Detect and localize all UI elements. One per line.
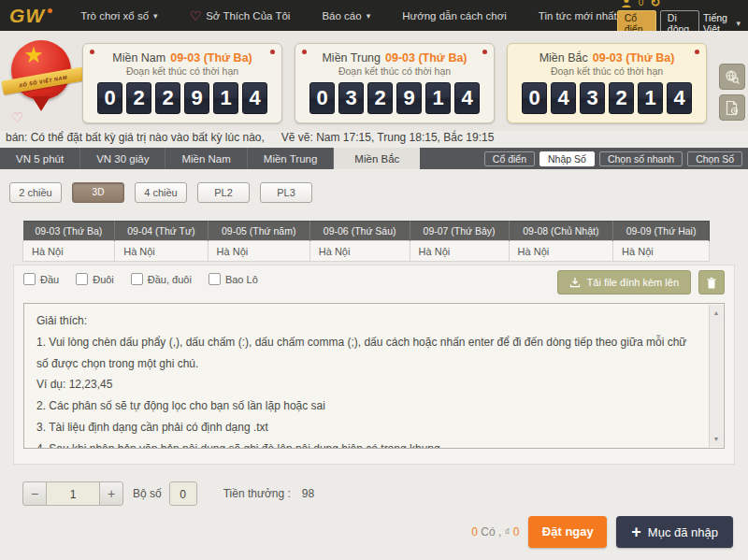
upload-icon: [569, 277, 581, 288]
checkbox-duoi[interactable]: [76, 273, 88, 285]
star-icon: ★: [4, 44, 64, 66]
nav-reports[interactable]: Báo cáo ▾: [322, 10, 370, 22]
mode-chon-so-nhanh-button[interactable]: Chọn số nhanh: [599, 151, 683, 166]
mode-co-dien-button[interactable]: Cổ điển: [484, 151, 535, 166]
checkbox-dau-duoi[interactable]: [131, 273, 143, 285]
notes-line: 3. Tài liệu định dạng cần phải có định d…: [36, 417, 696, 438]
option-dau[interactable]: Đầu: [23, 273, 59, 285]
nav-how-to-play[interactable]: Hướng dẫn cách chơi: [402, 10, 507, 22]
bet-amount-value: 0: [513, 525, 520, 538]
set-count-value: 0: [169, 481, 197, 506]
draw-date: 09-03 (Thứ Ba): [385, 51, 468, 65]
notes-line: 4. Sau khi nhập bản văn bản nội dung sẽ …: [36, 438, 696, 449]
bet-tab-4-chieu[interactable]: 4 chiều: [135, 182, 187, 203]
schedule-date-header: 09-08 (Chủ Nhật): [509, 222, 613, 241]
number-entry-panel: Đầu Đuôi Đầu, đuôi Bao Lô Tải file đính: [13, 265, 735, 465]
led-dot: [695, 50, 699, 54]
station-cell: Hà Nội: [613, 241, 710, 262]
checkbox-bao-lo[interactable]: [209, 273, 221, 285]
scroll-down-icon[interactable]: ▼: [710, 433, 723, 445]
nav-latest-news[interactable]: Tin tức mới nhất: [539, 10, 617, 22]
vietnam-lottery-badge: ★ XỔ SỐ VIỆT NAM ♡: [4, 38, 82, 126]
user-icon[interactable]: [621, 0, 632, 8]
increment-button[interactable]: +: [99, 481, 123, 506]
countdown-panel-mien-bac: Miền Bắc09-03 (Thứ Ba) Đoạn kết thúc có …: [507, 43, 707, 123]
countdown-panel-mien-nam: Miền Nam09-03 (Thứ Ba) Đoạn kết thúc có …: [82, 43, 282, 123]
bet-options-row: Đầu Đuôi Đầu, đuôi Bao Lô: [23, 273, 258, 285]
reward-label: Tiền thưởng :: [223, 487, 291, 500]
scroll-up-icon[interactable]: ▲: [710, 307, 723, 319]
panel-subtitle: Đoạn kết thúc có thời hạn: [295, 65, 494, 77]
panel-subtitle: Đoạn kết thúc có thời hạn: [83, 65, 281, 77]
schedule-date-header: 09-04 (Thứ Tư): [115, 222, 208, 241]
station-cell: Hà Nội: [115, 241, 208, 262]
number-input-textarea[interactable]: Giải thích: 1. Vui lòng chèn dấu phẩy (,…: [23, 303, 725, 449]
draw-time-text: Vẽ vẽ: Nam 17:15, Trung 18:15, Bắc 19:15: [281, 131, 494, 148]
panel-subtitle: Đoạn kết thúc có thời hạn: [508, 65, 706, 77]
top-bar: GW Trò chơi xổ số ▾ ♡ Sở Thích Của Tôi B…: [0, 0, 748, 31]
option-duoi[interactable]: Đuôi: [76, 273, 114, 285]
lottery-page: GW Trò chơi xổ số ▾ ♡ Sở Thích Của Tôi B…: [0, 0, 748, 560]
tab-mien-bac[interactable]: Miền Bắc: [334, 148, 420, 169]
bet-count-value: 0: [471, 525, 478, 538]
results-search-button[interactable]: [719, 64, 745, 90]
chevron-down-icon: ▾: [153, 11, 158, 21]
account-status-row: 0 ↻: [621, 0, 660, 8]
multiplier-row: − 1 + Bộ số 0 Tiền thưởng : 98: [22, 481, 314, 506]
entered-items-button[interactable]: + Mục đã nhập: [616, 516, 733, 548]
draw-info-line: bán: Có thể đặt bất kỳ giá trị nào vào b…: [6, 131, 711, 148]
chevron-down-icon: ▾: [367, 11, 371, 21]
refresh-icon[interactable]: ↻: [650, 0, 660, 8]
textarea-scrollbar[interactable]: ▲ ▼: [709, 305, 723, 447]
balance-value: 0: [639, 0, 644, 7]
station-cell: Hà Nội: [309, 241, 410, 262]
countdown-panel-mien-trung: Miền Trung09-03 (Thứ Ba) Đoạn kết thúc c…: [295, 43, 495, 123]
chevron-down-icon: ▾: [736, 19, 741, 28]
led-dot: [270, 50, 275, 54]
tab-mien-nam[interactable]: Miền Nam: [165, 148, 247, 169]
schedule-date-header: 09-03 (Thứ Ba): [23, 222, 115, 241]
currency-symbol: ₫: [505, 526, 511, 538]
bet-tab-pl3[interactable]: PL3: [260, 182, 312, 203]
heart-icon: ♡: [11, 109, 23, 126]
tab-mien-trung[interactable]: Miền Trung: [248, 148, 335, 169]
bet-type-tabs: 2 chiều 3D 4 chiều PL2 PL3: [9, 182, 312, 203]
brand-logo[interactable]: GW: [9, 5, 52, 27]
notes-line: 1. Vui lòng chèn dấu phẩy (,), dấu chấm …: [36, 332, 696, 375]
countdown-section: ★ XỔ SỐ VIỆT NAM ♡ Miền Nam09-03 (Thứ Ba…: [0, 31, 748, 131]
sale-info-text: bán: Có thể đặt bất kỳ giá trị nào vào b…: [6, 131, 265, 148]
notes-line: Giải thích:: [36, 310, 696, 332]
countdown-digits: 022914: [83, 82, 281, 114]
tab-vn-30-giay[interactable]: VN 30 giây: [80, 148, 165, 169]
clear-button[interactable]: [698, 270, 725, 294]
trash-icon: [706, 277, 717, 289]
heart-icon: ♡: [190, 9, 202, 22]
tab-vn-5-phut[interactable]: VN 5 phút: [0, 148, 80, 169]
game-tab-bar: VN 5 phút VN 30 giây Miền Nam Miền Trung…: [0, 148, 748, 169]
bet-action-row: 0 Có , ₫ 0 Đặt ngay + Mục đã nhập: [471, 516, 733, 548]
globe-search-icon: [725, 69, 741, 85]
history-file-button[interactable]: [719, 94, 745, 121]
option-bao-lo[interactable]: Bao Lô: [209, 273, 258, 285]
checkbox-dau[interactable]: [23, 273, 36, 285]
mode-chon-so-button[interactable]: Chọn Số: [687, 151, 742, 166]
station-cell: Hà Nội: [410, 241, 509, 262]
place-bet-button[interactable]: Đặt ngay: [528, 516, 607, 548]
schedule-date-header: 09-09 (Thứ Hai): [613, 222, 710, 241]
multiplier-input[interactable]: 1: [47, 481, 99, 506]
notes-line: Ví dụ: 12,23,45: [36, 374, 696, 395]
countdown-digits: 032914: [295, 82, 494, 114]
option-dau-duoi[interactable]: Đầu, đuôi: [131, 273, 192, 285]
mode-nhap-so-button[interactable]: Nhập Số: [539, 151, 595, 166]
decrement-button[interactable]: −: [22, 481, 47, 506]
nav-my-favorites[interactable]: ♡ Sở Thích Của Tôi: [190, 9, 291, 22]
bet-tab-3d[interactable]: 3D: [72, 182, 124, 203]
notes-line: 2. Các phân số sẽ tự động lọc cho bạn số…: [36, 395, 696, 417]
station-cell: Hà Nội: [23, 241, 115, 262]
station-cell: Hà Nội: [208, 241, 309, 262]
bet-tab-2-chieu[interactable]: 2 chiều: [9, 182, 62, 203]
upload-file-button[interactable]: Tải file đính kèm lên: [557, 270, 691, 294]
bet-tab-pl2[interactable]: PL2: [197, 182, 250, 203]
led-dot: [90, 50, 94, 54]
nav-lottery-games[interactable]: Trò chơi xổ số ▾: [80, 10, 157, 22]
